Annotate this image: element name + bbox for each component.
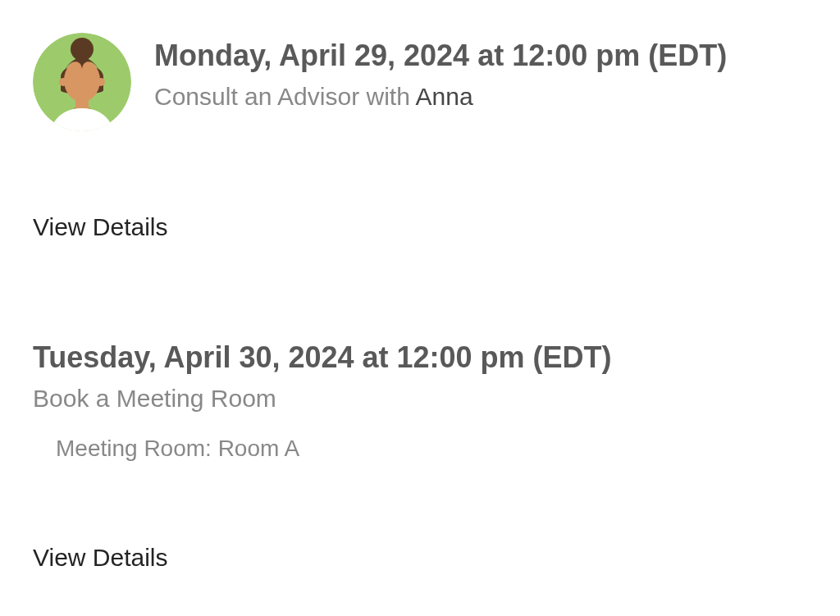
appointment-header: Monday, April 29, 2024 at 12:00 pm (EDT)…	[33, 33, 807, 131]
appointment-datetime: Tuesday, April 30, 2024 at 12:00 pm (EDT…	[33, 340, 807, 375]
appointment-person: Anna	[416, 83, 473, 110]
svg-point-1	[71, 38, 94, 61]
view-details-button[interactable]: View Details	[33, 544, 168, 572]
appointment-heading-block: Monday, April 29, 2024 at 12:00 pm (EDT)…	[154, 33, 727, 111]
appointment-meta: Meeting Room: Room A	[56, 436, 807, 462]
svg-point-4	[97, 78, 105, 86]
appointment-subtitle: Book a Meeting Room	[33, 385, 807, 413]
svg-point-3	[59, 78, 67, 86]
view-details-button[interactable]: View Details	[33, 213, 168, 241]
appointment-card: Monday, April 29, 2024 at 12:00 pm (EDT)…	[33, 33, 807, 241]
svg-rect-5	[75, 98, 89, 108]
appointment-card: Tuesday, April 30, 2024 at 12:00 pm (EDT…	[33, 340, 807, 572]
appointment-heading-block: Tuesday, April 30, 2024 at 12:00 pm (EDT…	[33, 340, 807, 462]
appointment-datetime: Monday, April 29, 2024 at 12:00 pm (EDT)	[154, 38, 727, 73]
advisor-avatar	[33, 33, 131, 131]
appointment-header: Tuesday, April 30, 2024 at 12:00 pm (EDT…	[33, 340, 807, 462]
appointment-subtitle-prefix: Consult an Advisor with	[154, 83, 416, 110]
appointment-subtitle: Consult an Advisor with Anna	[154, 83, 727, 111]
